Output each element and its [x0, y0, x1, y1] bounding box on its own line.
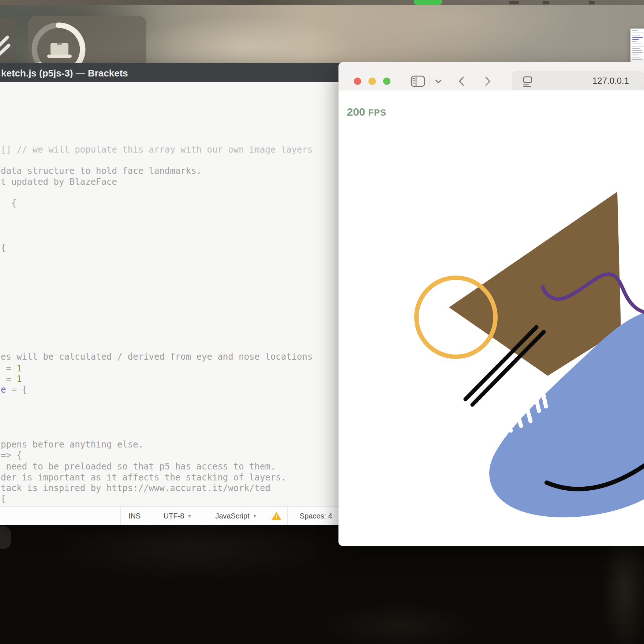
safari-window: 127.0.0.1 200 FPS	[338, 62, 644, 546]
sidebar-toggle-icon[interactable]	[411, 75, 425, 87]
browser-viewport: 200 FPS	[338, 90, 644, 546]
forward-button-icon[interactable]	[485, 76, 491, 86]
code-line: = 1	[1, 374, 22, 385]
code-line: t updated by BlazeFace	[1, 176, 117, 187]
url-text[interactable]: 127.0.0.1	[592, 76, 629, 86]
safari-toolbar: 127.0.0.1	[338, 62, 644, 90]
brackets-titlebar[interactable]: ketch.js (p5js-3) — Brackets	[0, 63, 344, 82]
p5js-canvas[interactable]	[338, 90, 644, 546]
code-line: e = {	[1, 384, 27, 395]
desktop: ketch.js (p5js-3) — Brackets [] // we wi…	[0, 0, 644, 644]
code-line: {	[1, 198, 16, 209]
fps-counter: 200 FPS	[347, 106, 386, 118]
editor-status-bar: INS UTF-8 ▼ JavaScript ▼ ! Spaces: 4	[0, 506, 344, 525]
encoding-selector[interactable]: UTF-8 ▼	[148, 507, 207, 525]
menu-bar	[0, 0, 644, 5]
chevron-down-icon: ▼	[187, 513, 192, 519]
insert-mode-indicator[interactable]: INS	[120, 507, 148, 525]
website-settings-icon[interactable]	[523, 76, 533, 87]
menubar-icon[interactable]	[509, 1, 519, 4]
app-tile-partial[interactable]	[0, 18, 15, 62]
minimize-button[interactable]	[368, 78, 376, 85]
brackets-window: ketch.js (p5js-3) — Brackets [] // we wi…	[0, 63, 344, 525]
code-line: [] // we will populate this array with o…	[1, 144, 313, 155]
menubar-icon[interactable]	[589, 1, 595, 4]
code-line: = 1	[1, 363, 22, 374]
code-line: tack is inspired by https://www.accurat.…	[1, 483, 270, 494]
indent-setting[interactable]: Spaces: 4	[287, 507, 345, 525]
window-title: ketch.js (p5js-3) — Brackets	[1, 68, 128, 79]
gauge-icon	[0, 18, 15, 62]
code-line: der is important as it affects the stack…	[1, 472, 286, 483]
menubar-icon[interactable]	[543, 1, 549, 4]
chevron-down-icon[interactable]	[435, 79, 442, 83]
mini-window[interactable]	[630, 29, 644, 62]
warning-icon: !	[272, 512, 281, 520]
code-editor[interactable]: [] // we will populate this array with o…	[0, 82, 344, 507]
screen-recording-pill[interactable]	[414, 0, 442, 5]
code-line: {	[1, 242, 6, 253]
code-line: => {	[1, 450, 22, 461]
language-selector[interactable]: JavaScript ▼	[207, 507, 265, 525]
code-line: es will be calculated / derived from eye…	[1, 351, 313, 362]
back-button-icon[interactable]	[458, 76, 464, 86]
code-line: need to be preloaded so that p5 has acce…	[1, 461, 276, 472]
code-line: ppens before anything else.	[1, 439, 143, 450]
code-line: [	[1, 494, 6, 505]
zoom-button[interactable]	[383, 78, 390, 85]
toolbar-divider	[430, 75, 430, 87]
close-button[interactable]	[354, 78, 361, 85]
chevron-down-icon: ▼	[252, 513, 257, 519]
lint-warning-button[interactable]: !	[265, 507, 288, 525]
code-line: data structure to hold face landmarks.	[1, 165, 202, 176]
dock-tile-corner	[0, 526, 11, 549]
